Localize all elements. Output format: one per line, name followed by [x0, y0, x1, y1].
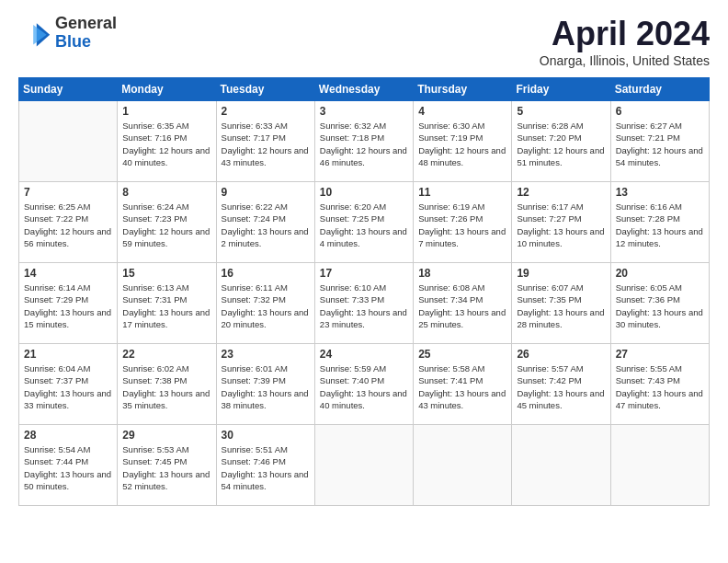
day-info: Sunrise: 5:53 AMSunset: 7:45 PMDaylight:… [122, 443, 210, 492]
day-number: 26 [517, 348, 605, 361]
day-info: Sunrise: 6:25 AMSunset: 7:22 PMDaylight:… [24, 201, 112, 249]
logo-blue-text: Blue [55, 33, 117, 52]
day-info: Sunrise: 6:14 AMSunset: 7:29 PMDaylight:… [24, 282, 112, 330]
day-info: Sunrise: 5:58 AMSunset: 7:41 PMDaylight:… [418, 362, 506, 411]
day-number: 20 [616, 267, 704, 280]
calendar-body: 1Sunrise: 6:35 AMSunset: 7:16 PMDaylight… [19, 101, 710, 506]
day-number: 30 [222, 429, 310, 442]
calendar-cell: 19Sunrise: 6:07 AMSunset: 7:35 PMDayligh… [512, 263, 610, 344]
day-number: 21 [24, 348, 112, 361]
calendar-cell: 8Sunrise: 6:24 AMSunset: 7:23 PMDaylight… [118, 182, 216, 263]
day-info: Sunrise: 6:17 AMSunset: 7:27 PMDaylight:… [517, 201, 605, 249]
day-number: 24 [320, 348, 408, 361]
calendar-cell: 22Sunrise: 6:02 AMSunset: 7:38 PMDayligh… [118, 344, 216, 425]
calendar-week-row: 7Sunrise: 6:25 AMSunset: 7:22 PMDaylight… [19, 182, 710, 263]
calendar-cell [19, 101, 118, 182]
day-info: Sunrise: 5:51 AMSunset: 7:46 PMDaylight:… [222, 443, 310, 492]
calendar-cell: 29Sunrise: 5:53 AMSunset: 7:45 PMDayligh… [118, 425, 216, 506]
day-info: Sunrise: 6:16 AMSunset: 7:28 PMDaylight:… [616, 201, 704, 249]
weekday-header-thursday: Thursday [414, 78, 512, 101]
calendar-header: SundayMondayTuesdayWednesdayThursdayFrid… [19, 78, 710, 101]
logo-text: General Blue [55, 15, 117, 52]
logo-general-text: General [55, 15, 117, 33]
weekday-header-sunday: Sunday [19, 78, 118, 101]
calendar-cell: 9Sunrise: 6:22 AMSunset: 7:24 PMDaylight… [216, 182, 314, 263]
day-number: 3 [320, 105, 408, 118]
day-info: Sunrise: 5:57 AMSunset: 7:42 PMDaylight:… [517, 362, 605, 411]
day-number: 27 [616, 348, 704, 361]
day-info: Sunrise: 5:59 AMSunset: 7:40 PMDaylight:… [320, 362, 408, 411]
logo: General Blue [18, 15, 117, 52]
day-number: 1 [122, 105, 210, 118]
day-info: Sunrise: 6:30 AMSunset: 7:19 PMDaylight:… [418, 120, 506, 168]
day-info: Sunrise: 6:05 AMSunset: 7:36 PMDaylight:… [616, 282, 704, 330]
calendar-cell: 14Sunrise: 6:14 AMSunset: 7:29 PMDayligh… [19, 263, 118, 344]
day-number: 19 [517, 267, 605, 280]
day-info: Sunrise: 6:27 AMSunset: 7:21 PMDaylight:… [616, 120, 704, 168]
day-info: Sunrise: 6:28 AMSunset: 7:20 PMDaylight:… [517, 120, 605, 168]
day-info: Sunrise: 6:20 AMSunset: 7:25 PMDaylight:… [320, 201, 408, 249]
day-number: 17 [320, 267, 408, 280]
page-container: General Blue April 2024 Onarga, Illinois… [0, 0, 728, 515]
day-number: 15 [122, 267, 210, 280]
day-number: 4 [418, 105, 506, 118]
day-info: Sunrise: 5:54 AMSunset: 7:44 PMDaylight:… [24, 443, 112, 492]
day-number: 29 [122, 429, 210, 442]
calendar-week-row: 14Sunrise: 6:14 AMSunset: 7:29 PMDayligh… [19, 263, 710, 344]
day-info: Sunrise: 6:13 AMSunset: 7:31 PMDaylight:… [122, 282, 210, 330]
calendar-table: SundayMondayTuesdayWednesdayThursdayFrid… [18, 77, 710, 506]
day-number: 10 [320, 186, 408, 199]
day-number: 14 [24, 267, 112, 280]
day-info: Sunrise: 6:04 AMSunset: 7:37 PMDaylight:… [24, 362, 112, 411]
calendar-week-row: 21Sunrise: 6:04 AMSunset: 7:37 PMDayligh… [19, 344, 710, 425]
calendar-cell: 23Sunrise: 6:01 AMSunset: 7:39 PMDayligh… [216, 344, 314, 425]
calendar-cell: 16Sunrise: 6:11 AMSunset: 7:32 PMDayligh… [216, 263, 314, 344]
weekday-header-friday: Friday [512, 78, 610, 101]
day-number: 25 [418, 348, 506, 361]
day-number: 22 [122, 348, 210, 361]
weekday-header-saturday: Saturday [610, 78, 709, 101]
day-number: 13 [616, 186, 704, 199]
weekday-header-wednesday: Wednesday [314, 78, 413, 101]
day-info: Sunrise: 6:35 AMSunset: 7:16 PMDaylight:… [122, 120, 210, 168]
logo-icon [18, 17, 51, 50]
calendar-cell: 5Sunrise: 6:28 AMSunset: 7:20 PMDaylight… [512, 101, 610, 182]
calendar-cell: 12Sunrise: 6:17 AMSunset: 7:27 PMDayligh… [512, 182, 610, 263]
calendar-cell: 21Sunrise: 6:04 AMSunset: 7:37 PMDayligh… [19, 344, 118, 425]
day-number: 28 [24, 429, 112, 442]
location: Onarga, Illinois, United States [540, 53, 710, 68]
calendar-cell [414, 425, 512, 506]
weekday-header-row: SundayMondayTuesdayWednesdayThursdayFrid… [19, 78, 710, 101]
calendar-cell: 3Sunrise: 6:32 AMSunset: 7:18 PMDaylight… [314, 101, 413, 182]
calendar-cell [512, 425, 610, 506]
day-number: 8 [122, 186, 210, 199]
header: General Blue April 2024 Onarga, Illinois… [18, 15, 710, 68]
day-info: Sunrise: 6:07 AMSunset: 7:35 PMDaylight:… [517, 282, 605, 330]
calendar-cell: 10Sunrise: 6:20 AMSunset: 7:25 PMDayligh… [314, 182, 413, 263]
calendar-cell: 28Sunrise: 5:54 AMSunset: 7:44 PMDayligh… [19, 425, 118, 506]
day-info: Sunrise: 6:19 AMSunset: 7:26 PMDaylight:… [418, 201, 506, 249]
day-number: 6 [616, 105, 704, 118]
day-info: Sunrise: 6:08 AMSunset: 7:34 PMDaylight:… [418, 282, 506, 330]
month-title: April 2024 [540, 15, 710, 53]
calendar-cell: 25Sunrise: 5:58 AMSunset: 7:41 PMDayligh… [414, 344, 512, 425]
calendar-cell: 6Sunrise: 6:27 AMSunset: 7:21 PMDaylight… [610, 101, 709, 182]
weekday-header-monday: Monday [118, 78, 216, 101]
calendar-cell: 13Sunrise: 6:16 AMSunset: 7:28 PMDayligh… [610, 182, 709, 263]
day-number: 7 [24, 186, 112, 199]
day-number: 9 [222, 186, 310, 199]
day-info: Sunrise: 6:01 AMSunset: 7:39 PMDaylight:… [222, 362, 310, 411]
day-number: 16 [222, 267, 310, 280]
calendar-cell [314, 425, 413, 506]
day-info: Sunrise: 6:10 AMSunset: 7:33 PMDaylight:… [320, 282, 408, 330]
day-number: 18 [418, 267, 506, 280]
weekday-header-tuesday: Tuesday [216, 78, 314, 101]
calendar-cell: 30Sunrise: 5:51 AMSunset: 7:46 PMDayligh… [216, 425, 314, 506]
calendar-week-row: 28Sunrise: 5:54 AMSunset: 7:44 PMDayligh… [19, 425, 710, 506]
title-area: April 2024 Onarga, Illinois, United Stat… [540, 15, 710, 68]
day-info: Sunrise: 5:55 AMSunset: 7:43 PMDaylight:… [616, 362, 704, 411]
calendar-cell: 2Sunrise: 6:33 AMSunset: 7:17 PMDaylight… [216, 101, 314, 182]
day-number: 5 [517, 105, 605, 118]
calendar-cell: 24Sunrise: 5:59 AMSunset: 7:40 PMDayligh… [314, 344, 413, 425]
calendar-cell: 20Sunrise: 6:05 AMSunset: 7:36 PMDayligh… [610, 263, 709, 344]
